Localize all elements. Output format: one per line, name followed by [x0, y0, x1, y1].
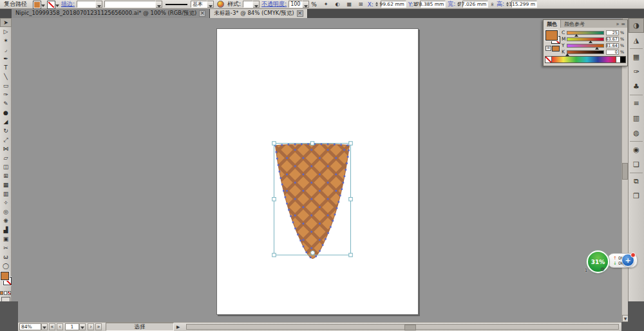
tool-pencil[interactable]: ✎ [0, 99, 12, 108]
spectrum-ramp[interactable] [552, 57, 616, 62]
gear-icon[interactable]: ⚙ [600, 267, 605, 272]
color-spectrum-bar[interactable] [545, 56, 626, 63]
black-value[interactable]: 0 [606, 50, 619, 55]
tool-lasso[interactable]: ◞ [0, 45, 12, 54]
shape-mode-icon[interactable]: ◐ [333, 0, 343, 9]
stroke-color-swatch[interactable] [47, 1, 55, 9]
tool-line-segment[interactable]: ╲ [0, 72, 12, 81]
tool-artboard[interactable]: ▣ [0, 234, 12, 243]
dock-panel-swatches[interactable]: ▦ [629, 50, 644, 64]
cyan-value[interactable]: 25 [606, 30, 619, 35]
none-swatch[interactable] [545, 57, 552, 62]
opacity-mask-icon[interactable]: ✦ [321, 0, 331, 9]
tool-pen[interactable]: ✒ [0, 54, 12, 63]
dock-panel-stroke[interactable]: ≡ [629, 96, 644, 111]
toolbar-fill-swatch[interactable] [1, 272, 9, 280]
brush-definition-select[interactable] [104, 1, 162, 8]
tool-eyedropper[interactable]: ✧ [0, 198, 12, 207]
dock-panel-color-guide[interactable]: ◮ [629, 33, 644, 48]
tool-type[interactable]: T [0, 63, 12, 72]
panel-collapse-icon[interactable]: » [616, 21, 619, 27]
fill-stroke-swatches[interactable] [0, 270, 12, 290]
system-monitor-widget[interactable]: ↑ 0K/s ↓ 0K/s + 31% 1 ⚙ [580, 248, 644, 275]
variable-width-profile-select[interactable]: 基本 [191, 1, 214, 8]
tool-shape-builder[interactable]: ◫ [0, 162, 12, 171]
horizontal-scrollbar[interactable] [186, 324, 619, 330]
black-slider[interactable] [567, 50, 604, 54]
x-label[interactable]: X: [368, 1, 374, 8]
tool-paintbrush[interactable]: ✑ [0, 90, 12, 99]
width-label[interactable]: 宽: [448, 0, 455, 8]
link-dimensions-icon[interactable]: ∞ [489, 2, 495, 6]
fill-color-swatch[interactable] [33, 1, 41, 9]
tool-scale[interactable]: ⤢ [0, 135, 12, 144]
panel-menu-icon[interactable]: ≡ [621, 21, 625, 27]
dock-panel-layers[interactable]: ⧉ [629, 174, 644, 189]
tool-hand[interactable]: ω [0, 252, 12, 261]
tool-magic-wand[interactable]: ✶ [0, 36, 12, 45]
memory-usage-ball[interactable]: 31% [587, 251, 609, 273]
paint-mode-buttons[interactable] [0, 290, 11, 295]
out-of-gamut-icon[interactable]: ⊞ [545, 46, 551, 51]
graphic-style-select[interactable] [243, 1, 260, 8]
stroke-color-control[interactable] [47, 1, 59, 8]
transform-icon[interactable]: ⊞ [356, 0, 366, 9]
cyan-slider[interactable] [567, 31, 604, 35]
tool-symbol-sprayer[interactable]: ❋ [0, 216, 12, 225]
tool-free-transform[interactable]: ▱ [0, 153, 12, 162]
dock-panel-symbols[interactable]: ♣ [629, 79, 644, 94]
tool-column-graph[interactable]: ▟ [0, 225, 12, 234]
white-swatch[interactable] [616, 57, 620, 62]
tab-color[interactable]: 颜色 [544, 20, 561, 28]
x-stepper[interactable] [375, 1, 378, 8]
fill-dropdown-icon[interactable] [41, 5, 45, 9]
gamut-color-swatch[interactable] [552, 46, 560, 52]
horizontal-scroll-thumb[interactable] [404, 325, 416, 330]
vertical-scroll-thumb[interactable] [622, 163, 628, 180]
zoom-level-select[interactable]: 84% [19, 323, 48, 330]
opacity-label[interactable]: 不透明度: [261, 0, 287, 8]
height-field[interactable]: 115.299 m [511, 1, 537, 8]
first-artboard-button[interactable]: « [49, 323, 55, 330]
y-field[interactable]: 178.385 mm [420, 1, 446, 8]
tool-width[interactable]: ⋈ [0, 144, 12, 153]
tool-perspective-grid[interactable]: ⊞ [0, 171, 12, 180]
y-label[interactable]: Y: [408, 1, 413, 8]
status-display[interactable]: 选择 [106, 323, 174, 331]
panel-fill-swatch[interactable] [545, 30, 558, 41]
prev-artboard-button[interactable]: ‹ [57, 323, 63, 330]
document-tab-1[interactable]: Nipic_10999358_20180701231125656000.ai* … [12, 9, 210, 18]
dock-panel-appearance[interactable]: ◉ [629, 142, 644, 157]
stroke-weight-select[interactable] [77, 1, 102, 8]
height-label[interactable]: 高: [497, 0, 504, 8]
last-artboard-button[interactable]: » [95, 323, 102, 330]
opacity-field[interactable]: 100 [289, 1, 309, 8]
dock-panel-color[interactable]: ◑ [629, 18, 644, 33]
dock-panel-graphic-styles[interactable]: ❏ [629, 157, 644, 172]
dock-panel-brushes[interactable]: ✑ [629, 64, 644, 79]
magenta-value[interactable]: 63.67 [606, 37, 619, 42]
dock-panel-transparency[interactable]: ◍ [629, 126, 644, 140]
tool-rectangle[interactable]: ▭ [0, 81, 12, 90]
fill-color-control[interactable] [33, 1, 45, 8]
recolor-artwork-icon[interactable] [216, 0, 225, 9]
artboard-number-field[interactable]: 1 [65, 323, 86, 330]
yellow-value[interactable]: 81.64 [606, 43, 619, 48]
close-icon[interactable]: × [199, 10, 205, 17]
tool-gradient[interactable]: ▥ [0, 189, 12, 198]
tool-selection[interactable]: ➤ [0, 18, 12, 27]
stroke-weight-label[interactable]: 描边: [61, 0, 75, 8]
tab-color-guide[interactable]: 颜色参考 [561, 20, 588, 28]
next-artboard-button[interactable]: › [88, 323, 94, 330]
close-icon[interactable]: × [297, 10, 303, 17]
magenta-slider[interactable] [567, 37, 604, 41]
stroke-dropdown-icon[interactable] [55, 5, 59, 9]
tool-mesh[interactable]: ▦ [0, 180, 12, 189]
width-field[interactable]: 77.026 mm [462, 1, 488, 8]
status-menu-arrow-icon[interactable]: ▶ [176, 325, 180, 330]
tool-blend[interactable]: ◎ [0, 207, 12, 216]
tool-zoom[interactable]: ◯ [0, 261, 12, 270]
tool-rotate[interactable]: ↻ [0, 126, 12, 135]
black-swatch[interactable] [620, 57, 625, 62]
dock-panel-artboards[interactable]: ❐ [629, 189, 644, 203]
